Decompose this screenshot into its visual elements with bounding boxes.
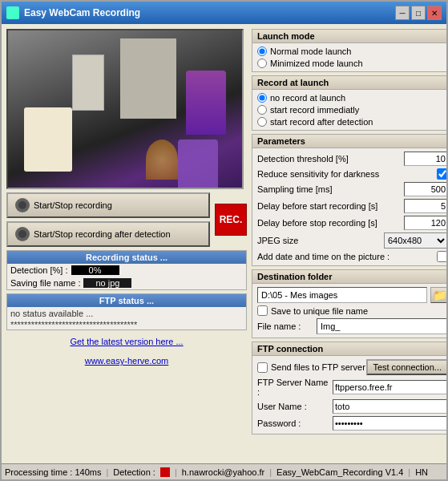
ftp-connection-title: FTP connection xyxy=(252,342,446,356)
jpeg-size-label: JPEG size xyxy=(257,236,381,245)
destination-title: Destination folder xyxy=(252,270,446,284)
unique-filename-checkbox[interactable] xyxy=(257,305,268,316)
launch-mode-title: Launch mode xyxy=(252,30,446,43)
reduce-sensitivity-checkbox[interactable] xyxy=(437,168,446,180)
sampling-time-input[interactable] xyxy=(404,182,446,196)
webcam-preview xyxy=(6,29,244,189)
website-link[interactable]: www.easy-herve.com xyxy=(85,356,169,366)
rec-indicator: REC. xyxy=(215,204,247,236)
sampling-time-label: Sampling time [ms] xyxy=(257,184,401,194)
recording-status-box: Recording status ... Detection [%] : 0% … xyxy=(6,250,247,290)
record-at-launch-title: Record at launch xyxy=(252,76,446,90)
no-record-radio[interactable] xyxy=(257,93,267,103)
add-datetime-row: Add date and time on the picture : xyxy=(257,251,446,262)
destination-path-input[interactable] xyxy=(257,287,427,303)
delay-start-row: Delay before start recording [s] xyxy=(257,199,446,213)
ftp-user-label: User Name : xyxy=(257,402,329,411)
delay-stop-input[interactable] xyxy=(404,216,446,230)
close-button[interactable]: ✕ xyxy=(427,6,442,20)
browse-folder-button[interactable]: 📁 xyxy=(430,287,446,303)
destination-path-row: 📁 xyxy=(257,287,446,303)
unique-filename-label: Save to unique file name xyxy=(271,306,368,316)
title-buttons: ─ □ ✕ xyxy=(395,6,442,20)
window-title: Easy WebCam Recording xyxy=(24,7,395,18)
start-record-immediately-row[interactable]: start record immediatly xyxy=(257,105,446,115)
maximize-button[interactable]: □ xyxy=(411,6,426,20)
detection-threshold-label: Detection threshold [%] xyxy=(257,154,401,164)
content-area: Start/Stop recording Start/Stop recordin… xyxy=(2,24,446,463)
app-name-status: Easy_WebCam_Recording V1.4 xyxy=(276,467,403,477)
unique-filename-row[interactable]: Save to unique file name xyxy=(257,305,446,316)
camera-detection-icon xyxy=(14,226,30,242)
detection-threshold-input[interactable] xyxy=(404,152,446,166)
minimized-mode-label: Minimized mode launch xyxy=(270,59,363,68)
ftp-status-title: FTP status ... xyxy=(7,294,246,307)
ftp-top-row: Send files to FTP server Test connection… xyxy=(257,359,446,375)
camera-icon xyxy=(14,197,30,213)
reduce-sensitivity-label: Reduce sensitivity for darkness xyxy=(257,169,434,179)
minimized-mode-radio[interactable] xyxy=(257,59,267,68)
right-panel: Launch mode Normal mode launch Minimized… xyxy=(252,29,446,459)
jpeg-size-row: JPEG size 640x480 320x240 1280x720 xyxy=(257,232,446,249)
jpeg-size-select[interactable]: 640x480 320x240 1280x720 xyxy=(384,232,446,249)
app-icon xyxy=(6,6,19,19)
ftp-password-row: Password : xyxy=(257,416,446,430)
start-record-detection-row[interactable]: start record after detection xyxy=(257,117,446,127)
minimized-mode-row[interactable]: Minimized mode launch xyxy=(257,59,446,68)
start-record-detection-label: start record after detection xyxy=(270,117,373,127)
detection-color-indicator xyxy=(160,467,170,477)
main-window: Easy WebCam Recording ─ □ ✕ Start/S xyxy=(0,0,448,481)
reduce-sensitivity-row: Reduce sensitivity for darkness xyxy=(257,168,446,180)
latest-version-section: Get the latest version here ... xyxy=(6,333,247,350)
parameters-title: Parameters xyxy=(252,135,446,148)
ftp-connection-box: FTP connection Send files to FTP server … xyxy=(252,342,446,435)
normal-mode-label: Normal mode launch xyxy=(270,46,352,56)
ftp-server-input[interactable] xyxy=(333,380,446,394)
filename-input[interactable] xyxy=(317,318,446,334)
normal-mode-radio[interactable] xyxy=(257,46,267,56)
ftp-status-dots: ************************************* xyxy=(7,320,246,329)
add-datetime-checkbox[interactable] xyxy=(437,251,446,262)
start-record-immediately-radio[interactable] xyxy=(257,105,267,115)
normal-mode-row[interactable]: Normal mode launch xyxy=(257,46,446,56)
ftp-server-label: FTP Server Name : xyxy=(257,378,329,397)
send-ftp-row[interactable]: Send files to FTP server xyxy=(257,362,365,373)
recording-status-title: Recording status ... xyxy=(7,251,246,264)
add-datetime-label: Add date and time on the picture : xyxy=(257,252,434,261)
ftp-password-input[interactable] xyxy=(333,416,446,430)
sampling-time-row: Sampling time [ms] xyxy=(257,182,446,196)
start-record-detection-radio[interactable] xyxy=(257,117,267,127)
saving-value: no jpg xyxy=(83,278,131,288)
detection-threshold-row: Detection threshold [%] xyxy=(257,152,446,166)
filename-row: File name : xyxy=(257,318,446,334)
filename-label: File name : xyxy=(257,321,313,331)
no-record-row[interactable]: no record at launch xyxy=(257,93,446,103)
send-ftp-label: Send files to FTP server xyxy=(271,362,365,372)
no-record-label: no record at launch xyxy=(270,93,345,103)
ftp-password-label: Password : xyxy=(257,418,329,428)
detection-status-label: Detection : xyxy=(113,467,155,477)
initials-status: HN xyxy=(415,467,428,477)
record-at-launch-content: no record at launch start record immedia… xyxy=(252,90,446,130)
start-stop-detection-button[interactable]: Start/Stop recording after detection xyxy=(6,221,210,247)
start-stop-button[interactable]: Start/Stop recording xyxy=(6,192,210,218)
ftp-status-box: FTP status ... no status available ... *… xyxy=(6,293,247,330)
detection-value: 0% xyxy=(71,265,119,275)
test-connection-button[interactable]: Test connection... xyxy=(366,359,446,375)
saving-label: Saving file name : xyxy=(10,278,80,288)
latest-version-link[interactable]: Get the latest version here ... xyxy=(70,337,183,346)
ftp-user-input[interactable] xyxy=(333,399,446,414)
controls-row: Start/Stop recording Start/Stop recordin… xyxy=(6,192,247,247)
launch-mode-content: Normal mode launch Minimized mode launch xyxy=(252,43,446,71)
launch-mode-box: Launch mode Normal mode launch Minimized… xyxy=(252,29,446,72)
detection-label: Detection [%] : xyxy=(10,265,68,275)
send-ftp-checkbox[interactable] xyxy=(257,362,268,373)
record-at-launch-box: Record at launch no record at launch sta… xyxy=(252,75,446,131)
processing-time: Processing time : 140ms xyxy=(5,467,101,477)
minimize-button[interactable]: ─ xyxy=(395,6,410,20)
ftp-user-row: User Name : xyxy=(257,399,446,414)
delay-stop-row: Delay before stop recording [s] xyxy=(257,216,446,230)
start-record-immediately-label: start record immediatly xyxy=(270,105,359,115)
delay-start-label: Delay before start recording [s] xyxy=(257,201,401,211)
delay-start-input[interactable] xyxy=(404,199,446,213)
